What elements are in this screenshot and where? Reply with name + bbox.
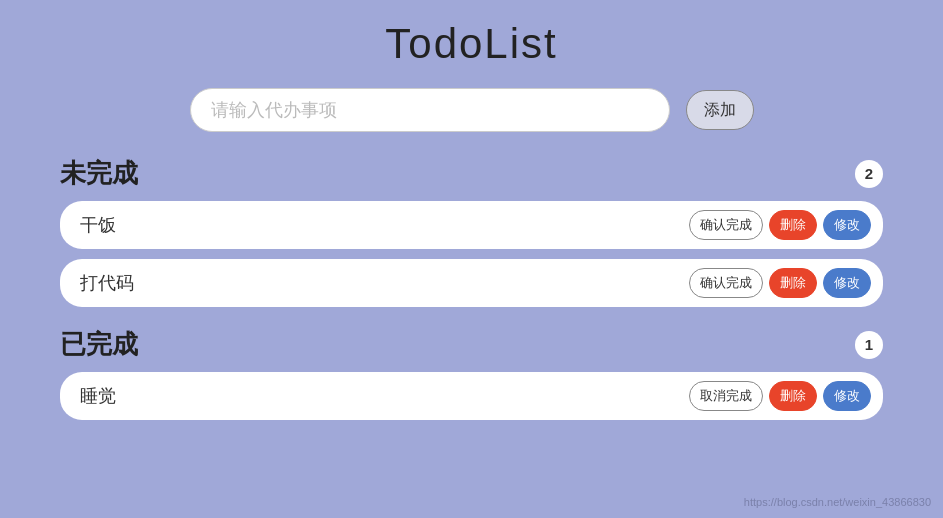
incomplete-title: 未完成 [60, 156, 138, 191]
confirm-button-1[interactable]: 确认完成 [689, 210, 763, 240]
add-button[interactable]: 添加 [686, 90, 754, 130]
todo-text-1: 干饭 [80, 213, 689, 237]
watermark: https://blog.csdn.net/weixin_43866830 [744, 496, 931, 508]
edit-button-2[interactable]: 修改 [823, 268, 871, 298]
incomplete-item-1: 干饭 确认完成 删除 修改 [60, 201, 883, 249]
delete-button-2[interactable]: 删除 [769, 268, 817, 298]
complete-section-header: 已完成 1 [60, 327, 883, 362]
complete-edit-button-1[interactable]: 修改 [823, 381, 871, 411]
todo-actions-2: 确认完成 删除 修改 [689, 268, 871, 298]
incomplete-item-2: 打代码 确认完成 删除 修改 [60, 259, 883, 307]
todo-input[interactable] [190, 88, 670, 132]
edit-button-1[interactable]: 修改 [823, 210, 871, 240]
incomplete-section: 未完成 2 干饭 确认完成 删除 修改 打代码 确认完成 删除 修改 [60, 156, 883, 307]
complete-todo-text-1: 睡觉 [80, 384, 689, 408]
incomplete-count: 2 [855, 160, 883, 188]
complete-delete-button-1[interactable]: 删除 [769, 381, 817, 411]
app-title: TodoList [60, 20, 883, 68]
complete-item-1: 睡觉 取消完成 删除 修改 [60, 372, 883, 420]
delete-button-1[interactable]: 删除 [769, 210, 817, 240]
incomplete-section-header: 未完成 2 [60, 156, 883, 191]
complete-todo-actions-1: 取消完成 删除 修改 [689, 381, 871, 411]
confirm-button-2[interactable]: 确认完成 [689, 268, 763, 298]
complete-title: 已完成 [60, 327, 138, 362]
complete-count: 1 [855, 331, 883, 359]
todo-text-2: 打代码 [80, 271, 689, 295]
cancel-complete-button-1[interactable]: 取消完成 [689, 381, 763, 411]
todo-actions-1: 确认完成 删除 修改 [689, 210, 871, 240]
input-row: 添加 [60, 88, 883, 132]
complete-section: 已完成 1 睡觉 取消完成 删除 修改 [60, 327, 883, 420]
